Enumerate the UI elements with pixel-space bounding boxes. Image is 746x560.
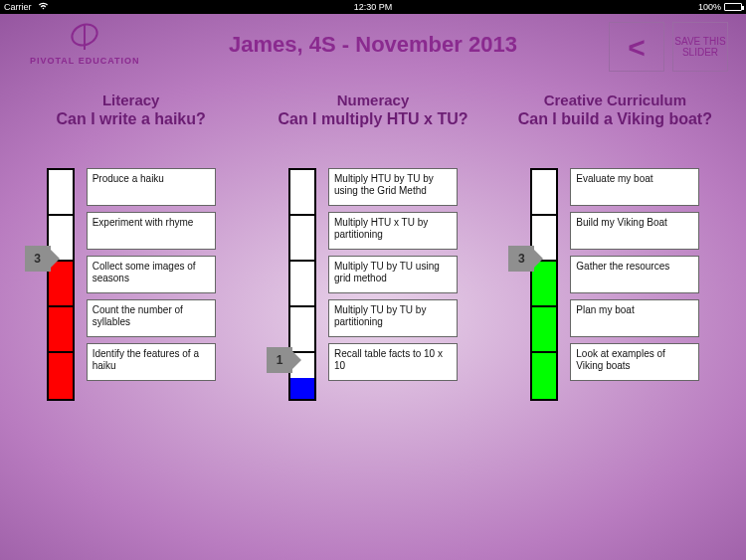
step-item: Recall table facts to 10 x 10 bbox=[328, 343, 458, 381]
slider-handle[interactable]: 3 bbox=[508, 246, 534, 272]
column-literacy: 3 Produce a haiku Experiment with rhyme … bbox=[11, 168, 251, 401]
slider-track[interactable] bbox=[530, 168, 558, 401]
slider-literacy[interactable]: 3 bbox=[47, 168, 75, 401]
slider-numeracy[interactable]: 1 bbox=[288, 168, 316, 401]
subject-header-creative: Creative Curriculum Can I build a Viking… bbox=[495, 92, 735, 128]
slider-creative[interactable]: 3 bbox=[530, 168, 558, 401]
slider-segment bbox=[49, 307, 73, 353]
subject-name: Creative Curriculum bbox=[495, 92, 735, 108]
step-item: Evaluate my boat bbox=[570, 168, 699, 206]
column-creative: 3 Evaluate my boat Build my Viking Boat … bbox=[495, 168, 735, 401]
subject-name: Literacy bbox=[11, 92, 251, 108]
steps-list: Evaluate my boat Build my Viking Boat Ga… bbox=[570, 168, 699, 381]
subject-name: Numeracy bbox=[254, 92, 493, 108]
app-root: PIVOTAL EDUCATION James, 4S - November 2… bbox=[0, 14, 746, 560]
step-item: Gather the resources bbox=[570, 256, 699, 293]
step-item: Build my Viking Boat bbox=[570, 212, 699, 250]
slider-segment bbox=[49, 353, 73, 399]
step-item: Plan my boat bbox=[570, 299, 699, 337]
battery-icon bbox=[724, 3, 742, 11]
column-numeracy: 1 Multiply HTU by TU by using the Grid M… bbox=[254, 168, 493, 401]
subject-header-literacy: Literacy Can I write a haiku? bbox=[11, 92, 251, 128]
slider-segment bbox=[290, 170, 314, 216]
slider-handle[interactable]: 3 bbox=[25, 246, 51, 272]
back-button[interactable]: < bbox=[609, 22, 664, 72]
clock-label: 12:30 PM bbox=[123, 2, 623, 12]
slider-segment bbox=[532, 307, 556, 353]
step-item: Multiply HTU x TU by partitioning bbox=[328, 212, 458, 250]
subject-header-numeracy: Numeracy Can I multiply HTU x TU? bbox=[254, 92, 493, 128]
carrier-label: Carrier bbox=[4, 2, 32, 12]
slider-segment bbox=[532, 353, 556, 399]
save-slider-button[interactable]: SAVE THIS SLIDER bbox=[672, 22, 728, 72]
slider-segment bbox=[290, 307, 314, 353]
step-item: Count the number of syllables bbox=[87, 299, 216, 337]
step-item: Multiply TU by TU using grid method bbox=[328, 256, 458, 293]
step-item: Identify the features of a haiku bbox=[87, 343, 216, 381]
slider-segment bbox=[290, 216, 314, 262]
slider-handle[interactable]: 1 bbox=[267, 347, 292, 373]
slider-track[interactable] bbox=[47, 168, 75, 401]
step-item: Look at examples of Viking boats bbox=[570, 343, 699, 381]
slider-segment bbox=[290, 262, 314, 307]
wifi-icon bbox=[38, 2, 49, 12]
header: PIVOTAL EDUCATION James, 4S - November 2… bbox=[0, 14, 746, 84]
step-item: Experiment with rhyme bbox=[87, 212, 216, 250]
step-item: Collect some images of seasons bbox=[87, 256, 216, 293]
status-bar: Carrier 12:30 PM 100% bbox=[0, 0, 746, 14]
slider-segment bbox=[532, 170, 556, 216]
subject-question: Can I build a Viking boat? bbox=[495, 110, 735, 128]
columns-row: 3 Produce a haiku Experiment with rhyme … bbox=[0, 128, 746, 401]
step-item: Multiply HTU by TU by using the Grid Met… bbox=[328, 168, 458, 206]
step-item: Produce a haiku bbox=[87, 168, 216, 206]
steps-list: Produce a haiku Experiment with rhyme Co… bbox=[87, 168, 216, 381]
subject-question: Can I write a haiku? bbox=[11, 110, 251, 128]
step-item: Multiply TU by TU by partitioning bbox=[328, 299, 458, 337]
slider-segment bbox=[49, 170, 73, 216]
slider-segment bbox=[532, 262, 556, 307]
subject-headers-row: Literacy Can I write a haiku? Numeracy C… bbox=[0, 84, 746, 128]
slider-segment bbox=[49, 262, 73, 307]
steps-list: Multiply HTU by TU by using the Grid Met… bbox=[328, 168, 458, 381]
battery-pct: 100% bbox=[698, 2, 721, 12]
subject-question: Can I multiply HTU x TU? bbox=[254, 110, 493, 128]
